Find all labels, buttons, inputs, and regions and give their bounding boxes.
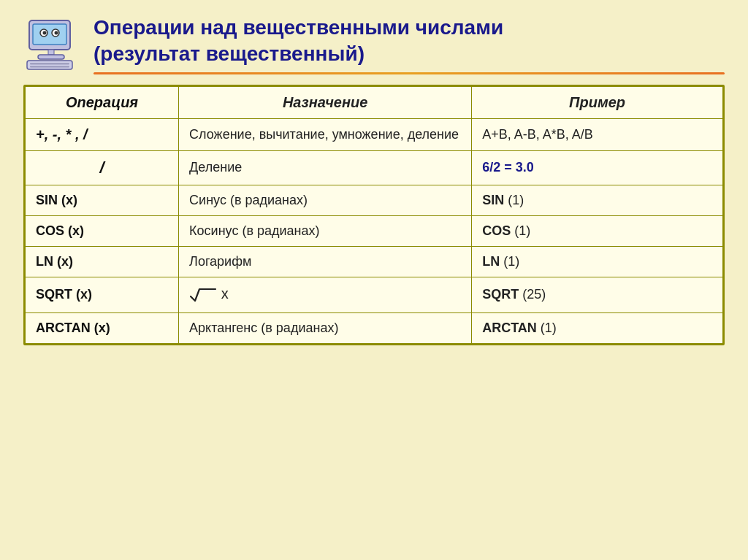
op-cell: / (26, 150, 179, 185)
title-underline (94, 72, 725, 74)
example-cell: 6/2 = 3.0 (472, 150, 723, 185)
example-rest: (1) (500, 254, 519, 269)
op-label: / (99, 158, 104, 177)
op-label: LN (x) (36, 254, 73, 269)
desc-cell: Синус (в радианах) (179, 185, 472, 215)
header-operation: Операция (26, 86, 179, 118)
svg-rect-1 (33, 24, 66, 45)
op-cell: COS (x) (26, 215, 179, 246)
desc-text: x (189, 285, 229, 302)
header-purpose: Назначение (179, 86, 472, 118)
example-text: 6/2 = 3.0 (482, 160, 534, 174)
svg-point-5 (55, 31, 58, 35)
op-label: ARCTAN (x) (36, 321, 110, 335)
op-label: SQRT (x) (36, 287, 92, 302)
title-line2: (результат вещественный) (94, 42, 365, 65)
svg-rect-7 (38, 55, 64, 59)
svg-rect-9 (30, 63, 69, 65)
example-rest: (1) (537, 321, 557, 335)
example-rest: (1) (504, 193, 524, 207)
op-cell: SIN (x) (26, 185, 179, 215)
title-line1: Операции над вещественными числами (94, 16, 503, 39)
op-label: +, -, * , / (36, 126, 88, 142)
sqrt-icon (189, 285, 217, 305)
op-cell: ARCTAN (x) (26, 312, 179, 343)
example-text: A+B, A-B, A*B, A/B (482, 127, 593, 142)
table-row: COS (x) Косинус (в радианах) COS (1) (26, 215, 723, 246)
example-bold: SIN (482, 193, 504, 207)
desc-cell: x (179, 277, 472, 312)
desc-cell: Деление (179, 150, 472, 185)
table-row: SIN (x) Синус (в радианах) SIN (1) (26, 185, 723, 215)
table-row: LN (x) Логарифм LN (1) (26, 246, 723, 277)
table-row: SQRT (x) x (26, 277, 723, 312)
example-cell: A+B, A-B, A*B, A/B (472, 118, 723, 150)
desc-text: Деление (189, 160, 242, 174)
example-cell: SQRT (25) (472, 277, 723, 312)
op-cell: LN (x) (26, 246, 179, 277)
desc-text: Косинус (в радианах) (189, 223, 319, 238)
op-cell: +, -, * , / (26, 118, 179, 150)
example-bold: COS (482, 223, 511, 238)
svg-rect-6 (48, 50, 54, 55)
table-row: / Деление 6/2 = 3.0 (26, 150, 723, 185)
desc-cell: Логарифм (179, 246, 472, 277)
table-row: +, -, * , / Сложение, вычитание, умножен… (26, 118, 723, 150)
desc-cell: Сложение, вычитание, умножение, деление (179, 118, 472, 150)
desc-cell: Косинус (в радианах) (179, 215, 472, 246)
desc-text: Арктангенс (в радианах) (189, 321, 338, 335)
example-cell: COS (1) (472, 215, 723, 246)
example-bold: LN (482, 254, 500, 269)
example-cell: SIN (1) (472, 185, 723, 215)
operations-table: Операция Назначение Пример +, -, * , / С… (25, 86, 723, 344)
header: Операции над вещественными числами (резу… (23, 15, 725, 74)
example-rest: (1) (511, 223, 530, 238)
page-container: Операции над вещественными числами (резу… (23, 15, 725, 345)
example-cell: ARCTAN (1) (472, 312, 723, 343)
desc-text: Логарифм (189, 254, 251, 269)
table-wrapper: Операция Назначение Пример +, -, * , / С… (23, 85, 725, 345)
example-bold: SQRT (482, 287, 519, 302)
example-cell: LN (1) (472, 246, 723, 277)
example-bold: ARCTAN (482, 321, 537, 335)
op-label: SIN (x) (36, 193, 77, 207)
desc-text: Синус (в радианах) (189, 193, 308, 207)
header-example: Пример (472, 86, 723, 118)
page-title: Операции над вещественными числами (резу… (94, 15, 725, 68)
computer-icon (23, 15, 82, 73)
op-cell: SQRT (x) (26, 277, 179, 312)
table-row: ARCTAN (x) Арктангенс (в радианах) ARCTA… (26, 312, 723, 343)
svg-point-4 (43, 31, 47, 35)
op-label: COS (x) (36, 223, 84, 238)
table-header-row: Операция Назначение Пример (26, 86, 723, 118)
example-rest: (25) (519, 287, 546, 302)
desc-cell: Арктангенс (в радианах) (179, 312, 472, 343)
svg-rect-8 (27, 61, 72, 69)
title-block: Операции над вещественными числами (резу… (94, 15, 725, 74)
desc-text: Сложение, вычитание, умножение, деление (189, 127, 459, 142)
svg-rect-10 (30, 66, 69, 68)
